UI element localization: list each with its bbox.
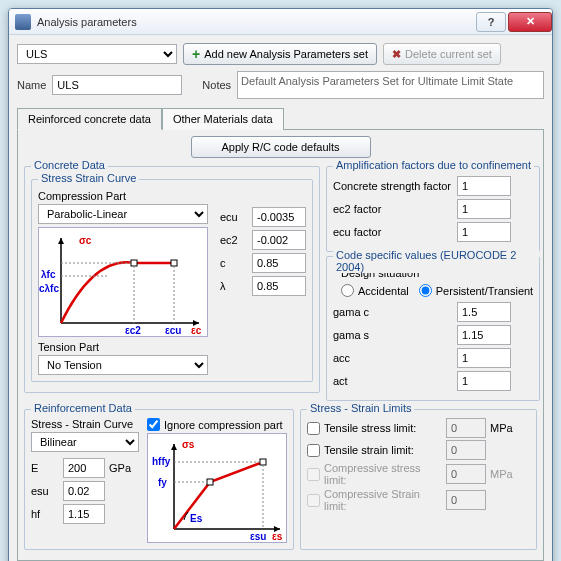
c-input[interactable] [252, 253, 306, 273]
apply-defaults-button[interactable]: Apply R/C code defaults [191, 136, 371, 158]
svg-text:σs: σs [182, 439, 195, 450]
svg-text:σc: σc [79, 235, 92, 246]
compression-part-label: Compression Part [38, 190, 306, 202]
dialog-body: ULS + Add new Analysis Parameters set ✖ … [9, 35, 552, 561]
tension-part-combo[interactable]: No Tension [38, 355, 208, 375]
tension-part-label: Tension Part [38, 341, 306, 353]
amplification-title: Amplification factors due to confinement [333, 159, 534, 171]
name-label: Name [17, 79, 46, 91]
concrete-data-title: Concrete Data [31, 159, 108, 171]
acc-label: acc [333, 352, 453, 364]
comp-strain-input [446, 490, 486, 510]
comp-stress-check [307, 468, 320, 481]
delete-icon: ✖ [392, 48, 401, 61]
gamas-input[interactable] [457, 325, 511, 345]
tensile-stress-label: Tensile stress limit: [324, 422, 442, 434]
acc-input[interactable] [457, 348, 511, 368]
notes-label: Notes [202, 79, 231, 91]
c-label: c [220, 257, 248, 269]
svg-text:εc2: εc2 [125, 325, 141, 336]
rein-ssc-combo[interactable]: Bilinear [31, 432, 139, 452]
svg-rect-21 [260, 459, 266, 465]
svg-text:εsu: εsu [250, 531, 266, 542]
ecu-label: ecu [220, 211, 248, 223]
tab-reinforced-concrete[interactable]: Reinforced concrete data [17, 108, 162, 130]
paramset-combo[interactable]: ULS [17, 44, 177, 64]
hf-input[interactable] [63, 504, 105, 524]
radio-accidental[interactable]: Accidental [341, 284, 409, 297]
svg-marker-3 [58, 238, 64, 244]
ssc-title: Stress Strain Curve [38, 172, 139, 184]
stress-strain-curve-group: Stress Strain Curve Compression Part Par… [31, 179, 313, 382]
titlebar: Analysis parameters ? ✕ [9, 9, 552, 35]
esu-input[interactable] [63, 481, 105, 501]
act-label: act [333, 375, 453, 387]
ignore-compression-checkbox[interactable]: Ignore compression part [147, 418, 287, 431]
gamas-label: gama s [333, 329, 453, 341]
e-label: E [31, 462, 59, 474]
app-icon [15, 14, 31, 30]
name-input[interactable] [52, 75, 182, 95]
ecu-input[interactable] [252, 207, 306, 227]
lambda-label: λ [220, 280, 248, 292]
amplification-group: Amplification factors due to confinement… [326, 166, 540, 252]
svg-text:fy: fy [158, 477, 167, 488]
comp-stress-label: Compressive stress limit: [324, 462, 442, 486]
notes-textarea[interactable]: Default Analysis Parameters Set for Ulti… [237, 71, 544, 99]
tab-other-materials[interactable]: Other Materials data [162, 108, 284, 130]
svg-rect-5 [171, 260, 177, 266]
add-paramset-button[interactable]: + Add new Analysis Parameters set [183, 43, 377, 65]
ec2f-label: ec2 factor [333, 203, 453, 215]
comp-stress-input [446, 464, 486, 484]
ec2-label: ec2 [220, 234, 248, 246]
svg-text:hffy: hffy [152, 456, 171, 467]
lambda-input[interactable] [252, 276, 306, 296]
plus-icon: + [192, 46, 200, 62]
code-values-group: Code specific values (EUROCODE 2 2004) D… [326, 256, 540, 401]
svg-rect-20 [207, 479, 213, 485]
comp-strain-check [307, 494, 320, 507]
act-input[interactable] [457, 371, 511, 391]
code-values-title: Code specific values (EUROCODE 2 2004) [333, 249, 539, 273]
svg-rect-4 [131, 260, 137, 266]
tabs: Reinforced concrete data Other Materials… [17, 107, 544, 129]
mpa-unit-2: MPa [490, 468, 513, 480]
tensile-strain-input[interactable] [446, 440, 486, 460]
help-button[interactable]: ? [476, 12, 506, 32]
csf-input[interactable] [457, 176, 511, 196]
ec2-input[interactable] [252, 230, 306, 250]
rein-curve-chart: σs hffy fy Es εsu εs [147, 433, 287, 543]
svg-text:εc: εc [191, 325, 202, 336]
window-buttons: ? ✕ [474, 12, 552, 32]
concrete-curve-chart: σc λfc cλfc εc2 εcu εc [38, 227, 208, 337]
ecuf-input[interactable] [457, 222, 511, 242]
dialog-window: Analysis parameters ? ✕ ULS + Add new An… [8, 8, 553, 561]
gamac-input[interactable] [457, 302, 511, 322]
tensile-stress-check[interactable] [307, 422, 320, 435]
close-button[interactable]: ✕ [508, 12, 552, 32]
tab-panel: Apply R/C code defaults Concrete Data St… [17, 129, 544, 561]
compression-part-combo[interactable]: Parabolic-Linear [38, 204, 208, 224]
mpa-unit-1: MPa [490, 422, 513, 434]
svg-text:λfc: λfc [41, 269, 56, 280]
e-unit: GPa [109, 462, 131, 474]
svg-text:Es: Es [190, 513, 203, 524]
rein-ssc-label: Stress - Strain Curve [31, 418, 141, 430]
reinforcement-group: Reinforcement Data Stress - Strain Curve… [24, 409, 294, 550]
radio-persistent[interactable]: Persistent/Transient [419, 284, 533, 297]
reinforcement-title: Reinforcement Data [31, 402, 135, 414]
stress-strain-limits-group: Stress - Strain Limits Tensile stress li… [300, 409, 537, 550]
e-input[interactable] [63, 458, 105, 478]
delete-paramset-button[interactable]: ✖ Delete current set [383, 43, 501, 65]
tensile-stress-input[interactable] [446, 418, 486, 438]
ec2f-input[interactable] [457, 199, 511, 219]
limits-title: Stress - Strain Limits [307, 402, 414, 414]
window-title: Analysis parameters [37, 16, 474, 28]
tensile-strain-check[interactable] [307, 444, 320, 457]
add-paramset-label: Add new Analysis Parameters set [204, 48, 368, 60]
ecuf-label: ecu factor [333, 226, 453, 238]
hf-label: hf [31, 508, 59, 520]
gamac-label: gama c [333, 306, 453, 318]
svg-text:cλfc: cλfc [39, 283, 59, 294]
concrete-data-group: Concrete Data Stress Strain Curve Compre… [24, 166, 320, 393]
